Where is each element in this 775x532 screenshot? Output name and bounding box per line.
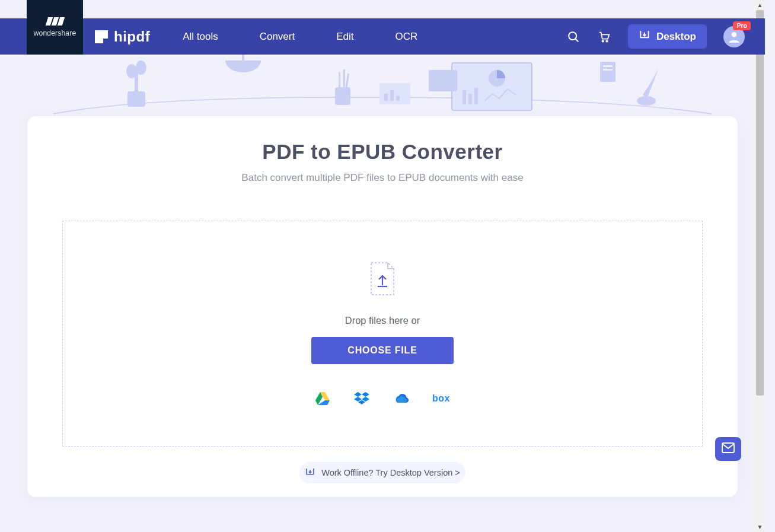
dropzone[interactable]: Drop files here or CHOOSE FILE box xyxy=(62,221,703,447)
page-title: PDF to EPUB Converter xyxy=(27,140,738,164)
pro-badge: Pro xyxy=(733,21,751,30)
svg-rect-9 xyxy=(242,55,244,62)
nav-item-convert[interactable]: Convert xyxy=(260,31,295,43)
scroll-down-icon[interactable]: ▼ xyxy=(755,522,765,532)
wondershare-badge[interactable]: wondershare xyxy=(27,0,83,55)
vertical-scrollbar[interactable]: ▲ ▼ xyxy=(755,0,765,532)
svg-rect-18 xyxy=(452,63,532,110)
svg-point-7 xyxy=(126,64,137,78)
svg-rect-24 xyxy=(600,62,615,82)
search-icon[interactable] xyxy=(566,30,581,44)
svg-rect-23 xyxy=(474,88,478,104)
svg-rect-12 xyxy=(343,69,345,88)
mail-icon xyxy=(722,442,735,455)
download-icon xyxy=(305,467,315,479)
svg-rect-22 xyxy=(468,94,472,104)
svg-point-27 xyxy=(637,96,656,106)
svg-rect-13 xyxy=(346,74,349,88)
svg-rect-10 xyxy=(335,87,350,105)
svg-rect-16 xyxy=(390,90,394,101)
upload-document-icon xyxy=(369,262,396,296)
svg-rect-6 xyxy=(135,72,138,93)
desktop-label: Desktop xyxy=(656,31,696,43)
svg-line-1 xyxy=(576,39,579,42)
avatar-wrap[interactable]: Pro xyxy=(723,26,745,47)
svg-point-3 xyxy=(606,40,608,42)
nav-item-ocr[interactable]: OCR xyxy=(396,31,418,43)
scroll-up-icon[interactable]: ▲ xyxy=(755,0,765,10)
svg-point-20 xyxy=(489,70,505,87)
navbar: hipdf All tools Convert Edit OCR Desktop… xyxy=(0,18,765,55)
svg-point-2 xyxy=(602,40,604,42)
nav-item-all-tools[interactable]: All tools xyxy=(183,31,218,43)
drop-text: Drop files here or xyxy=(345,315,420,326)
svg-rect-11 xyxy=(339,72,340,88)
svg-rect-26 xyxy=(603,69,613,71)
onedrive-icon[interactable] xyxy=(393,391,409,406)
box-label: box xyxy=(432,393,450,404)
svg-point-4 xyxy=(732,31,737,37)
offline-label: Work Offline? Try Desktop Version > xyxy=(321,468,460,477)
svg-point-0 xyxy=(569,32,576,40)
offline-pill[interactable]: Work Offline? Try Desktop Version > xyxy=(299,462,465,483)
cloud-sources: box xyxy=(315,391,450,406)
nav-items: All tools Convert Edit OCR xyxy=(183,31,417,43)
box-icon[interactable]: box xyxy=(432,391,450,406)
svg-rect-25 xyxy=(603,65,613,67)
svg-rect-14 xyxy=(379,83,410,104)
header-illustration xyxy=(0,55,765,120)
download-icon xyxy=(639,29,650,44)
main-card: PDF to EPUB Converter Batch convert mult… xyxy=(27,116,738,497)
svg-rect-17 xyxy=(396,96,400,101)
brand-name: hipdf xyxy=(114,28,150,45)
desktop-button[interactable]: Desktop xyxy=(628,24,707,49)
svg-marker-31 xyxy=(354,392,362,397)
svg-rect-5 xyxy=(127,91,145,107)
brand[interactable]: hipdf xyxy=(95,28,150,45)
svg-marker-35 xyxy=(358,400,365,405)
svg-rect-15 xyxy=(384,94,388,101)
dropbox-icon[interactable] xyxy=(354,391,369,406)
wondershare-logo-icon xyxy=(47,17,63,26)
svg-point-8 xyxy=(136,60,146,75)
page-subtitle: Batch convert multiple PDF files to EPUB… xyxy=(27,172,738,184)
nav-item-edit[interactable]: Edit xyxy=(336,31,353,43)
hipdf-logo-icon xyxy=(95,30,108,43)
mail-fab[interactable] xyxy=(715,437,741,461)
wondershare-label: wondershare xyxy=(34,29,76,37)
svg-marker-32 xyxy=(362,392,369,397)
svg-rect-21 xyxy=(463,90,466,104)
scroll-thumb[interactable] xyxy=(756,10,764,396)
svg-rect-19 xyxy=(429,70,457,91)
choose-file-button[interactable]: CHOOSE FILE xyxy=(311,337,454,364)
cart-icon[interactable] xyxy=(597,30,611,44)
google-drive-icon[interactable] xyxy=(315,391,330,406)
nav-right: Desktop Pro xyxy=(566,24,765,49)
